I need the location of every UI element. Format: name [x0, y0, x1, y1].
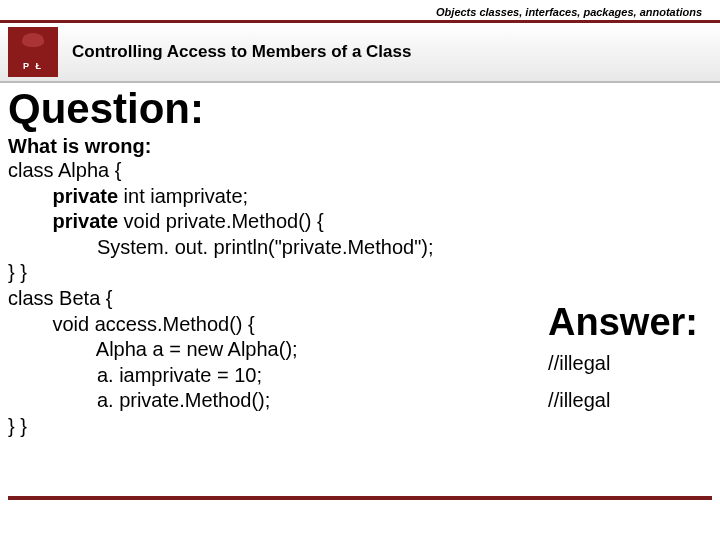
answer-note: //illegal — [548, 389, 698, 412]
question-prompt: What is wrong: — [8, 135, 712, 158]
code-text: void access.Method() { — [52, 313, 254, 335]
code-line: class Alpha { — [8, 159, 121, 181]
title-row: P Ł Controlling Access to Members of a C… — [0, 23, 720, 81]
slide-content: Question: What is wrong: class Alpha { p… — [0, 83, 720, 440]
code-text: System. out. println("private.Method"); — [97, 236, 434, 258]
question-heading: Question: — [8, 85, 712, 133]
code-keyword: private — [52, 210, 118, 232]
answer-heading: Answer: — [548, 301, 698, 344]
answer-note: //illegal — [548, 352, 698, 375]
code-text: a. private.Method(); — [97, 389, 270, 411]
footer-rule — [8, 496, 712, 500]
code-text: int iamprivate; — [118, 185, 248, 207]
code-text: void private.Method() { — [118, 210, 324, 232]
header-topic: Objects classes, interfaces, packages, a… — [0, 0, 720, 20]
logo-letters: P Ł — [23, 61, 43, 71]
code-text: } } — [8, 261, 27, 283]
answer-box: Answer: //illegal //illegal — [548, 301, 698, 426]
code-text: class Beta { — [8, 287, 113, 309]
code-keyword: private — [52, 185, 118, 207]
code-text: Alpha a = new Alpha(); — [96, 338, 298, 360]
code-text: a. iamprivate = 10; — [97, 364, 262, 386]
page-title: Controlling Access to Members of a Class — [72, 42, 411, 62]
university-logo: P Ł — [8, 27, 58, 77]
code-text: } } — [8, 415, 27, 437]
